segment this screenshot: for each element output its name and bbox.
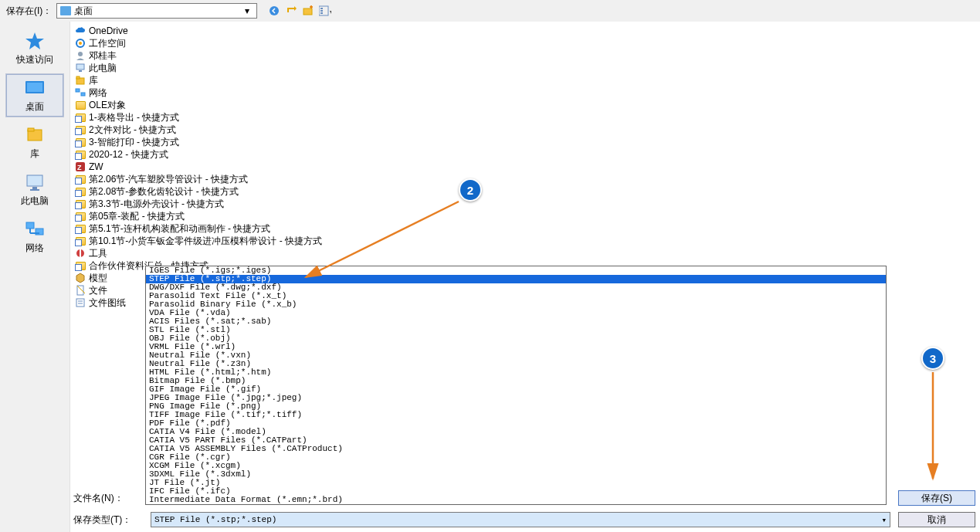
file-item[interactable]: 工具 [75,247,975,259]
shortcut-icon [75,112,86,123]
file-item[interactable]: 库 [75,74,975,86]
sidebar-item-label: 库 [30,147,39,161]
network-icon [22,219,47,240]
file-item[interactable]: 网络 [75,86,975,99]
location-value: 桌面 [74,5,93,18]
view-menu-icon[interactable]: ▾ [319,5,331,17]
sidebar-item-desktop[interactable]: 桌面 [5,73,64,117]
new-folder-icon[interactable] [302,5,314,17]
file-item[interactable]: 2文件对比 - 快捷方式 [75,124,975,136]
thispc-icon [22,171,47,193]
toolbar-icons: ▾ [268,5,331,17]
svg-rect-4 [320,10,323,12]
workspace-icon [75,38,86,49]
svg-rect-8 [27,83,42,92]
filetype-option[interactable]: XCGM File (*.xcgm) [146,462,886,470]
filename-label: 文件名(N)： [73,492,143,505]
file-item[interactable]: OneDrive [75,25,975,37]
svg-rect-2 [319,6,328,15]
svg-rect-26 [81,93,85,96]
filetype-option[interactable]: TIFF Image File (*.tif;*.tiff) [146,411,886,419]
file-item-label: 工作空间 [89,37,126,49]
library-icon [75,75,86,86]
filetype-option[interactable]: Intermediate Data Format (*.emn;*.brd) [146,496,886,504]
shortcut-icon [75,260,86,271]
file-item-label: OneDrive [89,25,128,37]
filetype-option[interactable]: ACIS Files (*.sat;*.sab) [146,317,886,326]
file-item-label: 2020-12 - 快捷方式 [89,148,168,161]
folder-icon [60,6,71,15]
sidebar-item-label: 网络 [25,242,44,255]
filetype-value: STEP File (*.stp;*.step) [154,515,276,524]
file-item[interactable]: 第2.06节-汽车塑胶导管设计 - 快捷方式 [75,173,975,185]
svg-rect-14 [26,222,34,229]
filetype-dropdown[interactable]: IGES File (*.igs;*.iges)STEP File (*.stp… [145,266,887,505]
file-item-label: 第05章-装配 - 快捷方式 [89,210,185,222]
filetype-option[interactable]: JT File (*.jt) [146,479,886,487]
sidebar-item-label: 此电脑 [21,195,49,208]
file-item-label: 文件 [89,284,107,296]
file-item-label: 第2.08节-参数化齿轮设计 - 快捷方式 [89,185,239,198]
file-item[interactable]: 3-智能打印 - 快捷方式 [75,136,975,148]
shortcut-icon [75,149,86,160]
file-item[interactable]: 第10.1节-小货车钣金零件级进冲压模料带设计 - 快捷方式 [75,235,975,247]
svg-rect-5 [320,12,323,14]
zw-icon: Z [75,161,86,172]
file-item-label: 第5.1节-连杆机构装配和动画制作 - 快捷方式 [89,222,270,235]
location-combo[interactable]: 桌面 ▾ [56,3,257,19]
file-item-label: 3-智能打印 - 快捷方式 [89,136,179,148]
filetype-combo[interactable]: STEP File (*.stp;*.step) ▾ [151,512,890,527]
sidebar-item-thispc[interactable]: 此电脑 [5,168,64,212]
svg-rect-30 [80,249,81,257]
file-item-label: ZW [89,161,103,173]
filetype-option[interactable]: VRML File (*.wrl) [146,343,886,351]
svg-rect-11 [27,175,42,186]
onedrive-icon [75,25,86,36]
sidebar-item-library[interactable]: 库 [5,120,64,164]
filetype-option[interactable]: Parasolid Binary File (*.x_b) [146,300,886,309]
filetype-option[interactable]: CATIA V5 ASSEMBLY Files (*.CATProduct) [146,445,886,453]
svg-text:Z: Z [77,164,82,171]
file-item-label: 工具 [89,247,107,259]
file-item[interactable]: 2020-12 - 快捷方式 [75,148,975,161]
file-item-label: 邓桂丰 [89,49,117,62]
file-item[interactable]: 此电脑 [75,62,975,74]
file-item-label: 此电脑 [89,62,117,74]
filetype-option[interactable]: STL File (*.stl) [146,326,886,334]
file-item[interactable]: 第5.1节-连杆机构装配和动画制作 - 快捷方式 [75,222,975,235]
file-item[interactable]: 第05章-装配 - 快捷方式 [75,210,975,222]
save-in-label: 保存在(I)： [6,5,52,18]
filetype-option[interactable]: OBJ File (*.obj) [146,334,886,343]
back-icon[interactable] [268,5,280,17]
sidebar-item-star[interactable]: 快速访问 [5,26,64,70]
svg-rect-3 [320,8,323,9]
file-item[interactable]: 邓桂丰 [75,49,975,62]
shortcut-icon [75,198,86,209]
up-icon[interactable] [285,5,297,17]
places-sidebar: 快速访问桌面库此电脑网络 [0,22,70,532]
filetype-option[interactable]: CGR File (*.cgr) [146,453,886,462]
file-item-label: 库 [89,74,98,86]
filetype-option[interactable]: HTML File (*.html;*.htm) [146,368,886,377]
sidebar-item-label: 桌面 [25,100,44,114]
file-item[interactable]: OLE对象 [75,99,975,111]
save-button[interactable]: 保存(S) [898,490,975,506]
file-item[interactable]: 第3.3节-电源外壳设计 - 快捷方式 [75,198,975,210]
filetype-option[interactable]: Neutral File (*.vxn) [146,351,886,360]
file-item[interactable]: 1-表格导出 - 快捷方式 [75,111,975,124]
star-icon [22,30,47,52]
cancel-button[interactable]: 取消 [898,512,975,527]
file-item[interactable]: 工作空间 [75,37,975,49]
chevron-down-icon: ▾ [881,515,887,525]
shortcut-icon [75,211,86,222]
filetype-option[interactable]: 3DXML File (*.3dxml) [146,470,886,479]
shortcut-icon [75,223,86,234]
file-item[interactable]: 第2.08节-参数化齿轮设计 - 快捷方式 [75,185,975,198]
top-toolbar: 保存在(I)： 桌面 ▾ ▾ [0,0,980,22]
sidebar-item-label: 快速访问 [16,53,53,66]
svg-rect-24 [76,76,80,79]
shortcut-icon [75,236,86,246]
file-item[interactable]: ZZW [75,161,975,173]
annotation-badge-3: 3 [921,347,944,370]
sidebar-item-network[interactable]: 网络 [5,215,64,259]
